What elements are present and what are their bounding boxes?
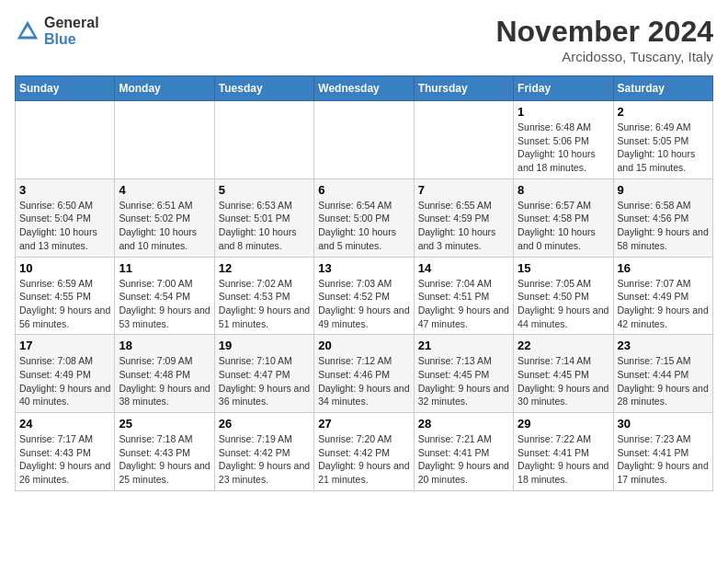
day-number: 7 (418, 183, 509, 197)
calendar-week-row: 17Sunrise: 7:08 AMSunset: 4:49 PMDayligh… (16, 335, 713, 413)
day-info: Sunrise: 6:50 AMSunset: 5:04 PMDaylight:… (19, 199, 110, 253)
day-info: Sunrise: 7:10 AMSunset: 4:47 PMDaylight:… (219, 354, 310, 408)
location-title: Arcidosso, Tuscany, Italy (495, 49, 713, 64)
calendar-cell (115, 101, 214, 179)
calendar-cell: 11Sunrise: 7:00 AMSunset: 4:54 PMDayligh… (115, 257, 214, 335)
calendar-header-row: SundayMondayTuesdayWednesdayThursdayFrid… (16, 76, 713, 101)
calendar-cell: 13Sunrise: 7:03 AMSunset: 4:52 PMDayligh… (314, 257, 414, 335)
calendar-cell: 16Sunrise: 7:07 AMSunset: 4:49 PMDayligh… (613, 257, 712, 335)
calendar-week-row: 10Sunrise: 6:59 AMSunset: 4:55 PMDayligh… (16, 257, 713, 335)
day-number: 20 (318, 339, 409, 352)
calendar-cell: 9Sunrise: 6:58 AMSunset: 4:56 PMDaylight… (613, 178, 712, 257)
day-info: Sunrise: 7:05 AMSunset: 4:50 PMDaylight:… (518, 277, 609, 331)
day-number: 13 (318, 261, 409, 275)
weekday-header: Monday (115, 76, 214, 101)
day-number: 15 (518, 261, 609, 275)
day-number: 25 (119, 417, 210, 431)
day-number: 1 (518, 105, 609, 119)
calendar-cell (414, 101, 513, 179)
day-number: 28 (418, 417, 509, 431)
logo-icon (15, 18, 40, 44)
calendar-cell: 18Sunrise: 7:09 AMSunset: 4:48 PMDayligh… (115, 335, 214, 413)
calendar-cell: 4Sunrise: 6:51 AMSunset: 5:02 PMDaylight… (115, 178, 214, 257)
calendar-cell: 2Sunrise: 6:49 AMSunset: 5:05 PMDaylight… (613, 101, 712, 179)
calendar-cell: 20Sunrise: 7:12 AMSunset: 4:46 PMDayligh… (314, 335, 414, 413)
day-info: Sunrise: 7:21 AMSunset: 4:41 PMDaylight:… (418, 432, 509, 487)
day-info: Sunrise: 7:09 AMSunset: 4:48 PMDaylight:… (119, 354, 210, 408)
calendar-cell: 3Sunrise: 6:50 AMSunset: 5:04 PMDaylight… (16, 178, 115, 257)
day-info: Sunrise: 7:23 AMSunset: 4:41 PMDaylight:… (618, 432, 709, 487)
day-info: Sunrise: 7:17 AMSunset: 4:43 PMDaylight:… (19, 432, 110, 487)
calendar-cell: 28Sunrise: 7:21 AMSunset: 4:41 PMDayligh… (414, 413, 513, 491)
day-info: Sunrise: 7:08 AMSunset: 4:49 PMDaylight:… (19, 354, 110, 408)
calendar-cell: 27Sunrise: 7:20 AMSunset: 4:42 PMDayligh… (314, 413, 414, 491)
day-info: Sunrise: 6:51 AMSunset: 5:02 PMDaylight:… (119, 199, 210, 253)
day-number: 29 (518, 417, 609, 431)
calendar-week-row: 1Sunrise: 6:48 AMSunset: 5:06 PMDaylight… (16, 101, 713, 179)
day-info: Sunrise: 6:55 AMSunset: 4:59 PMDaylight:… (418, 199, 509, 253)
day-info: Sunrise: 7:04 AMSunset: 4:51 PMDaylight:… (418, 277, 509, 331)
day-number: 4 (119, 183, 210, 197)
day-number: 9 (618, 183, 709, 197)
calendar-cell: 21Sunrise: 7:13 AMSunset: 4:45 PMDayligh… (414, 335, 513, 413)
day-info: Sunrise: 7:15 AMSunset: 4:44 PMDaylight:… (618, 354, 709, 408)
day-number: 23 (618, 339, 709, 352)
calendar-cell: 14Sunrise: 7:04 AMSunset: 4:51 PMDayligh… (414, 257, 513, 335)
calendar-cell: 15Sunrise: 7:05 AMSunset: 4:50 PMDayligh… (514, 257, 613, 335)
calendar-cell: 8Sunrise: 6:57 AMSunset: 4:58 PMDaylight… (514, 178, 613, 257)
month-title: November 2024 (495, 15, 713, 49)
calendar-cell: 26Sunrise: 7:19 AMSunset: 4:42 PMDayligh… (214, 413, 313, 491)
calendar-cell: 10Sunrise: 6:59 AMSunset: 4:55 PMDayligh… (16, 257, 115, 335)
calendar-table: SundayMondayTuesdayWednesdayThursdayFrid… (15, 75, 713, 491)
day-info: Sunrise: 7:14 AMSunset: 4:45 PMDaylight:… (518, 354, 609, 408)
day-info: Sunrise: 6:59 AMSunset: 4:55 PMDaylight:… (19, 277, 110, 331)
weekday-header: Thursday (414, 76, 513, 101)
page-header: General Blue November 2024 Arcidosso, Tu… (15, 15, 713, 64)
day-info: Sunrise: 7:02 AMSunset: 4:53 PMDaylight:… (219, 277, 310, 331)
day-number: 10 (19, 261, 110, 275)
calendar-cell: 29Sunrise: 7:22 AMSunset: 4:41 PMDayligh… (514, 413, 613, 491)
day-number: 21 (418, 339, 509, 352)
calendar-cell: 30Sunrise: 7:23 AMSunset: 4:41 PMDayligh… (613, 413, 712, 491)
day-number: 19 (219, 339, 310, 352)
calendar-cell: 19Sunrise: 7:10 AMSunset: 4:47 PMDayligh… (214, 335, 313, 413)
calendar-cell: 1Sunrise: 6:48 AMSunset: 5:06 PMDaylight… (514, 101, 613, 179)
day-info: Sunrise: 7:18 AMSunset: 4:43 PMDaylight:… (119, 432, 210, 487)
day-info: Sunrise: 7:07 AMSunset: 4:49 PMDaylight:… (618, 277, 709, 331)
day-number: 5 (219, 183, 310, 197)
weekday-header: Saturday (613, 76, 712, 101)
calendar-week-row: 3Sunrise: 6:50 AMSunset: 5:04 PMDaylight… (16, 178, 713, 257)
day-number: 3 (19, 183, 110, 197)
day-info: Sunrise: 7:00 AMSunset: 4:54 PMDaylight:… (119, 277, 210, 331)
calendar-cell (314, 101, 414, 179)
day-info: Sunrise: 6:57 AMSunset: 4:58 PMDaylight:… (518, 199, 609, 253)
logo-blue: Blue (44, 31, 99, 48)
weekday-header: Sunday (16, 76, 115, 101)
day-number: 24 (19, 417, 110, 431)
day-number: 27 (318, 417, 409, 431)
day-number: 2 (618, 105, 709, 119)
day-info: Sunrise: 7:20 AMSunset: 4:42 PMDaylight:… (318, 432, 409, 487)
day-info: Sunrise: 6:58 AMSunset: 4:56 PMDaylight:… (618, 199, 709, 253)
calendar-cell: 7Sunrise: 6:55 AMSunset: 4:59 PMDaylight… (414, 178, 513, 257)
logo-text: General Blue (44, 15, 99, 47)
calendar-cell: 5Sunrise: 6:53 AMSunset: 5:01 PMDaylight… (214, 178, 313, 257)
day-info: Sunrise: 6:49 AMSunset: 5:05 PMDaylight:… (618, 121, 709, 175)
day-number: 22 (518, 339, 609, 352)
day-number: 12 (219, 261, 310, 275)
calendar-week-row: 24Sunrise: 7:17 AMSunset: 4:43 PMDayligh… (16, 413, 713, 491)
calendar-cell (214, 101, 313, 179)
day-number: 14 (418, 261, 509, 275)
calendar-cell (16, 101, 115, 179)
day-info: Sunrise: 7:03 AMSunset: 4:52 PMDaylight:… (318, 277, 409, 331)
calendar-cell: 24Sunrise: 7:17 AMSunset: 4:43 PMDayligh… (16, 413, 115, 491)
day-number: 30 (618, 417, 709, 431)
title-area: November 2024 Arcidosso, Tuscany, Italy (495, 15, 713, 64)
calendar-cell: 25Sunrise: 7:18 AMSunset: 4:43 PMDayligh… (115, 413, 214, 491)
weekday-header: Tuesday (214, 76, 313, 101)
day-number: 26 (219, 417, 310, 431)
calendar-cell: 6Sunrise: 6:54 AMSunset: 5:00 PMDaylight… (314, 178, 414, 257)
day-number: 11 (119, 261, 210, 275)
logo: General Blue (15, 15, 99, 47)
calendar-cell: 17Sunrise: 7:08 AMSunset: 4:49 PMDayligh… (16, 335, 115, 413)
